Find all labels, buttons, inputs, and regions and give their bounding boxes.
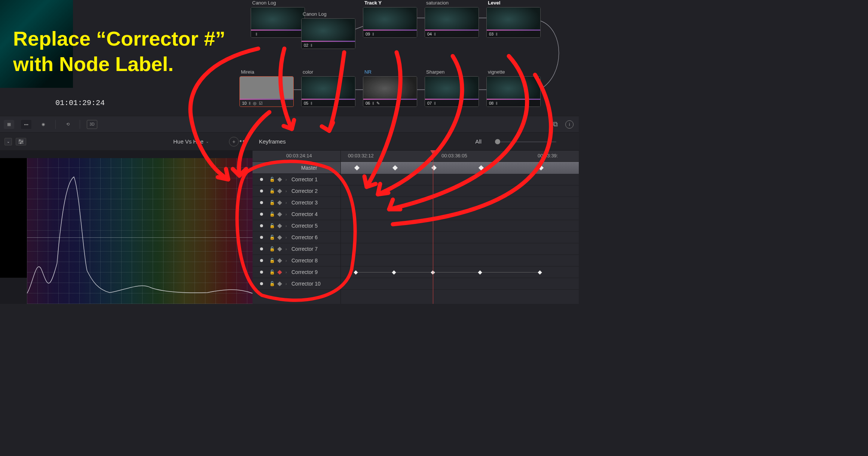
node-footer: 06⦀✎ bbox=[363, 100, 417, 107]
expand-caret-icon[interactable]: › bbox=[285, 270, 287, 274]
keyframe-diamond-icon[interactable] bbox=[478, 270, 482, 274]
dropdown-chevron-icon[interactable]: ⌄ bbox=[4, 138, 12, 145]
node-vignette[interactable]: vignette08⦀ bbox=[486, 69, 541, 107]
keyframe-diamond-icon[interactable] bbox=[354, 165, 360, 170]
toolbar-refresh-icon[interactable]: ⟲ bbox=[62, 120, 73, 129]
row-keyframe-diamond-icon[interactable] bbox=[277, 189, 282, 194]
lock-icon[interactable]: 🔓 bbox=[269, 212, 275, 217]
node-thumbnail[interactable]: 07⦀ bbox=[425, 76, 479, 107]
sliders-icon[interactable] bbox=[16, 138, 26, 145]
lock-icon[interactable]: 🔓 bbox=[269, 223, 275, 228]
node-thumbnail[interactable]: 10⦀◎☑ bbox=[239, 76, 294, 107]
node-sharpen[interactable]: Sharpen07⦀ bbox=[425, 69, 479, 107]
toolbar-user-icon[interactable]: ◉ bbox=[38, 120, 49, 129]
node-thumbnail[interactable]: 03⦀ bbox=[486, 7, 541, 38]
node-nr[interactable]: NR06⦀✎ bbox=[363, 69, 417, 107]
lock-icon[interactable]: 🔓 bbox=[269, 177, 275, 182]
row-enable-dot[interactable] bbox=[260, 201, 263, 204]
expand-caret-icon[interactable]: › bbox=[285, 200, 287, 205]
toolbar-dots-icon[interactable]: ••• bbox=[21, 120, 31, 129]
node-accent bbox=[363, 30, 417, 31]
expand-caret-icon[interactable]: › bbox=[285, 177, 287, 182]
row-enable-dot[interactable] bbox=[260, 259, 263, 262]
keyframe-diamond-icon[interactable] bbox=[479, 165, 484, 170]
node-thumbnail[interactable]: 02⦀ bbox=[301, 18, 355, 49]
keyframe-diamond-icon[interactable] bbox=[392, 270, 396, 274]
row-keyframe-diamond-icon[interactable] bbox=[277, 281, 282, 286]
node-accent bbox=[240, 99, 293, 100]
node-mireia[interactable]: Mireia10⦀◎☑ bbox=[239, 69, 294, 107]
node-canon-log[interactable]: Canon Log02⦀ bbox=[301, 11, 355, 49]
keyframe-diamond-icon[interactable] bbox=[354, 270, 358, 274]
expand-caret-icon[interactable]: › bbox=[285, 212, 287, 216]
node-target-icon: ◎ bbox=[253, 101, 257, 106]
keyframes-track-area[interactable] bbox=[340, 151, 579, 304]
row-enable-dot[interactable] bbox=[260, 271, 263, 274]
node-title: NR bbox=[363, 69, 417, 75]
row-keyframe-diamond-icon[interactable] bbox=[277, 200, 282, 205]
keyframes-panel: 00:03:24:14 00:03:32:12 00:03:36:05 00:0… bbox=[253, 151, 579, 304]
expand-caret-icon[interactable]: › bbox=[285, 224, 287, 228]
row-keyframe-diamond-icon[interactable] bbox=[277, 270, 282, 275]
keyframe-diamond-icon[interactable] bbox=[431, 165, 437, 170]
keyframes-title: Keyframes bbox=[259, 138, 286, 145]
node-bars-icon: ⦀ bbox=[434, 32, 436, 37]
node-level[interactable]: Level03⦀ bbox=[486, 0, 541, 38]
node-thumbnail[interactable]: 05⦀ bbox=[301, 76, 355, 107]
keyframes-filter-dropdown[interactable]: All bbox=[475, 138, 482, 145]
playhead[interactable] bbox=[433, 151, 433, 304]
add-button[interactable]: + bbox=[229, 137, 239, 147]
row-keyframe-diamond-icon[interactable] bbox=[277, 177, 282, 182]
lock-icon[interactable]: 🔓 bbox=[269, 258, 275, 263]
node-graph[interactable]: Canon Log⦀Canon Log02⦀Track Y09⦀saturaci… bbox=[116, 0, 579, 116]
row-keyframe-diamond-icon[interactable] bbox=[277, 258, 282, 263]
toolbar-stack-icon[interactable]: ⧉ bbox=[553, 120, 558, 128]
toolbar-grid-icon[interactable]: ▦ bbox=[4, 120, 14, 129]
row-enable-dot[interactable] bbox=[260, 247, 263, 250]
node-thumbnail[interactable]: 04⦀ bbox=[425, 7, 479, 38]
node-check-icon: ☑ bbox=[259, 101, 263, 106]
toolbar-info-icon[interactable]: i bbox=[565, 120, 574, 129]
keyframe-connector bbox=[355, 272, 542, 272]
expand-caret-icon[interactable]: › bbox=[285, 235, 287, 240]
row-keyframe-diamond-icon[interactable] bbox=[277, 212, 282, 217]
node-thumbnail[interactable]: ⦀ bbox=[251, 7, 305, 38]
lock-icon[interactable]: 🔓 bbox=[269, 188, 275, 194]
more-icon[interactable]: ••• bbox=[239, 138, 249, 145]
row-enable-dot[interactable] bbox=[260, 282, 263, 285]
lock-icon[interactable]: 🔓 bbox=[269, 246, 275, 252]
row-enable-dot[interactable] bbox=[260, 236, 263, 239]
expand-caret-icon[interactable]: › bbox=[285, 258, 287, 263]
lock-icon[interactable]: 🔓 bbox=[269, 269, 275, 275]
zoom-slider-track[interactable] bbox=[500, 141, 556, 142]
hue-vs-hue-panel[interactable] bbox=[0, 151, 253, 304]
row-enable-dot[interactable] bbox=[260, 213, 263, 216]
expand-caret-icon[interactable]: › bbox=[285, 189, 287, 193]
separator bbox=[55, 120, 56, 129]
row-keyframe-diamond-icon[interactable] bbox=[277, 247, 282, 252]
node-thumbnail[interactable]: 06⦀✎ bbox=[363, 76, 417, 107]
keyframe-diamond-icon[interactable] bbox=[538, 270, 542, 274]
node-track-y[interactable]: Track Y09⦀ bbox=[363, 0, 417, 38]
toolbar-3d-button[interactable]: 3D bbox=[87, 120, 97, 129]
node-thumbnail[interactable]: 09⦀ bbox=[363, 7, 417, 38]
lock-icon[interactable]: 🔓 bbox=[269, 200, 275, 205]
curves-mode-dropdown[interactable]: Hue Vs Hue ⌄ bbox=[173, 138, 209, 145]
zoom-slider-handle[interactable] bbox=[495, 139, 500, 144]
node-saturacion[interactable]: saturacion04⦀ bbox=[425, 0, 479, 38]
row-keyframe-diamond-icon[interactable] bbox=[277, 224, 282, 228]
node-canon-log[interactable]: Canon Log⦀ bbox=[251, 0, 305, 38]
node-color[interactable]: color05⦀ bbox=[301, 69, 355, 107]
lock-icon[interactable]: 🔓 bbox=[269, 281, 275, 286]
row-enable-dot[interactable] bbox=[260, 224, 263, 227]
row-enable-dot[interactable] bbox=[260, 178, 263, 181]
expand-caret-icon[interactable]: › bbox=[285, 247, 287, 251]
lock-icon[interactable]: 🔓 bbox=[269, 235, 275, 240]
viewer-thumbnail bbox=[0, 0, 73, 88]
row-enable-dot[interactable] bbox=[260, 190, 263, 192]
keyframe-diamond-icon[interactable] bbox=[392, 165, 398, 170]
expand-caret-icon[interactable]: › bbox=[285, 281, 287, 286]
keyframe-diamond-icon[interactable] bbox=[538, 165, 544, 170]
row-keyframe-diamond-icon[interactable] bbox=[277, 235, 282, 240]
node-thumbnail[interactable]: 08⦀ bbox=[486, 76, 541, 107]
